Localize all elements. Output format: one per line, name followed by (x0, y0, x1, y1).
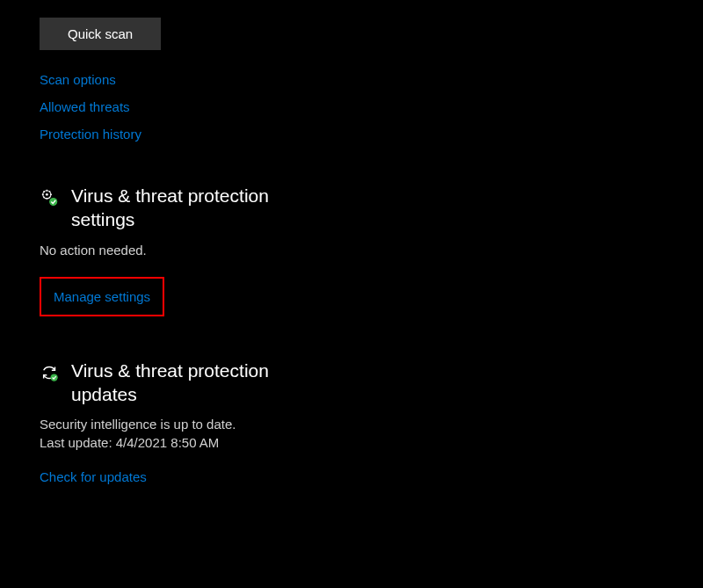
settings-header: Virus & threat protection settings (40, 184, 703, 232)
refresh-icon (40, 362, 61, 383)
updates-last-update: Last update: 4/4/2021 8:50 AM (40, 435, 703, 450)
settings-title: Virus & threat protection settings (71, 184, 335, 232)
settings-body: No action needed. (40, 243, 703, 258)
updates-body: Security intelligence is up to date. Las… (40, 417, 703, 450)
manage-settings-highlight: Manage settings (40, 277, 164, 316)
svg-point-2 (49, 198, 57, 206)
allowed-threats-link[interactable]: Allowed threats (40, 99, 703, 114)
gear-icon (40, 187, 61, 208)
quick-scan-button[interactable]: Quick scan (40, 18, 161, 50)
settings-status: No action needed. (40, 243, 703, 258)
scan-options-link[interactable]: Scan options (40, 72, 703, 87)
protection-history-link[interactable]: Protection history (40, 127, 703, 142)
svg-point-3 (50, 374, 57, 381)
updates-status: Security intelligence is up to date. (40, 417, 703, 432)
updates-section: Virus & threat protection updates Securi… (40, 359, 703, 486)
updates-header: Virus & threat protection updates (40, 359, 703, 407)
check-updates-link[interactable]: Check for updates (40, 469, 147, 484)
updates-title: Virus & threat protection updates (71, 359, 335, 407)
svg-point-1 (46, 193, 48, 196)
settings-section: Virus & threat protection settings No ac… (40, 184, 703, 316)
manage-settings-link[interactable]: Manage settings (54, 289, 150, 304)
